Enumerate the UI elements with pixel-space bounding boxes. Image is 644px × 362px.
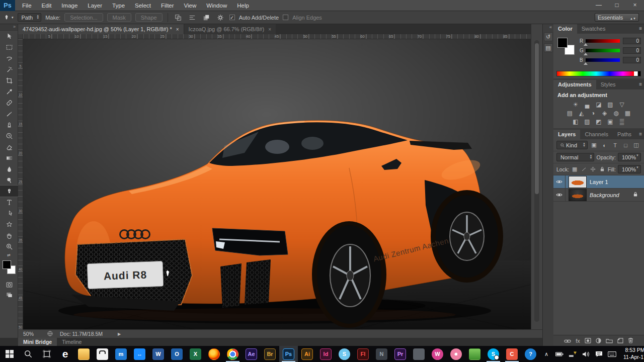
photo-filter-icon[interactable]: ◈ [600,109,610,117]
notifications-icon[interactable] [592,346,605,362]
layer-filter-select[interactable]: Kind▲▼ [556,141,588,149]
threshold-icon[interactable]: ◩ [594,118,604,125]
toolbar-collapse-icon[interactable]: » [0,24,18,31]
path-alignment-icon[interactable] [187,13,197,23]
properties-panel-icon[interactable]: ▤ [544,43,553,52]
blur-tool[interactable] [0,163,18,174]
zoom-tool[interactable] [0,241,18,252]
panel-menu-icon[interactable]: ≡ [639,81,642,87]
tab-close-icon[interactable]: × [176,27,179,32]
lock-position-icon[interactable] [589,165,596,173]
pixel-layer-filter-icon[interactable]: ▣ [590,141,598,149]
path-operations-icon[interactable] [173,13,183,23]
clone-stamp-tool[interactable] [0,119,18,130]
channel-mixer-icon[interactable]: ◍ [611,109,621,117]
panel-menu-icon[interactable]: ≡ [639,131,642,137]
search-icon[interactable] [19,346,37,362]
panel-menu-icon[interactable]: ≡ [639,26,642,31]
after-effects[interactable]: Ae [242,346,261,362]
chrome[interactable] [223,346,242,362]
remote-window[interactable] [410,346,428,362]
menu-item[interactable]: Window [201,0,232,11]
path-selection-tool[interactable] [0,208,18,219]
layer-style-fx-icon[interactable]: fx [576,338,580,344]
hand-tool[interactable] [0,230,18,241]
black-white-icon[interactable]: ◑ [588,109,598,117]
tab-mini-bridge[interactable]: Mini Bridge [18,338,57,346]
quick-mask-icon[interactable] [0,280,18,290]
red-value-field[interactable]: 0 [623,38,641,44]
blue-value-field[interactable]: 0 [623,57,641,63]
lock-paint-icon[interactable] [580,165,587,173]
minimize-icon[interactable]: — [590,0,608,10]
adjustment-layer-filter-icon[interactable]: ◐ [600,141,609,149]
battery-icon[interactable] [553,346,566,362]
document-tab-audi[interactable]: 47429452-audi-wallpaper-hd.jpg @ 50% (La… [18,24,184,34]
document-canvas[interactable]: Audi R8 Audi Zentrum Aachen [23,39,531,329]
layer-thumbnail[interactable] [569,176,586,188]
maxthon[interactable]: m [112,346,130,362]
type-tool[interactable] [0,197,18,208]
healing-brush-tool[interactable] [0,97,18,108]
eraser-tool[interactable] [0,141,18,152]
red-slider[interactable] [586,39,620,43]
nox[interactable]: N [372,346,391,362]
vertical-scrollbar[interactable] [534,40,539,322]
skype[interactable]: S [484,346,503,362]
blue-slider[interactable] [586,58,620,62]
file-explorer[interactable] [74,346,93,362]
tab-close-icon[interactable]: × [268,27,271,32]
gradient-map-icon[interactable]: ▣ [605,118,615,125]
lock-transparency-icon[interactable]: ▦ [571,165,578,173]
gradient-tool[interactable] [0,152,18,163]
shape-layer-filter-icon[interactable]: □ [621,141,630,149]
posterize-icon[interactable]: ▨ [582,118,592,125]
tab-swatches[interactable]: Swatches [577,24,610,34]
menu-item[interactable]: View [179,0,202,11]
premiere[interactable]: Pr [391,346,410,362]
foreground-color-swatch[interactable] [3,260,11,269]
blend-mode-select[interactable]: Normal▲▼ [556,153,594,161]
marquee-tool[interactable] [0,42,18,53]
tool-mode-select[interactable]: Path▲▼ [18,13,42,22]
tab-styles[interactable]: Styles [596,80,620,89]
tool-preset-picker[interactable]: ▾ [3,14,14,21]
pen-tool[interactable] [0,186,18,197]
photoscape[interactable] [447,346,465,362]
flash[interactable]: Fl [354,346,372,362]
restore-icon[interactable]: □ [608,0,626,10]
green-slider[interactable] [586,49,620,52]
tray-expand-icon[interactable]: ∧ [540,346,553,362]
camtasia[interactable]: C [503,346,521,362]
levels-icon[interactable]: ▄ [582,101,592,108]
close-icon[interactable]: × [626,0,644,10]
store[interactable] [93,346,112,362]
menu-item[interactable]: Edit [37,0,57,11]
bridge[interactable]: Br [261,346,279,362]
type-layer-filter-icon[interactable]: T [611,141,619,149]
start-button[interactable] [0,346,19,362]
workspace-switcher[interactable]: Essentials▲▼ [595,13,639,22]
edge[interactable]: e [56,346,74,362]
tab-channels[interactable]: Channels [580,130,612,139]
lock-all-icon[interactable] [599,165,606,173]
make-mask-button[interactable]: Mask [107,13,131,22]
tab-color[interactable]: Color [553,24,577,34]
delete-layer-icon[interactable] [628,336,633,345]
menu-item[interactable]: Filter [156,0,179,11]
screen-mode-icon[interactable] [0,290,18,300]
photoshop[interactable]: Ps [279,346,298,362]
visibility-eye-icon[interactable] [553,175,566,188]
tab-adjustments[interactable]: Adjustments [553,80,596,89]
menu-item[interactable]: Select [130,0,156,11]
align-edges-checkbox[interactable] [283,15,288,20]
layer-name[interactable]: Background [590,192,619,198]
tab-paths[interactable]: Paths [613,130,636,139]
outlook[interactable]: O [168,346,186,362]
smart-object-filter-icon[interactable]: ◫ [632,141,640,149]
foreground-color-swatch[interactable] [557,38,568,48]
vibrance-icon[interactable]: ▽ [617,101,627,108]
new-adjustment-layer-icon[interactable] [596,336,601,345]
touch-keyboard-icon[interactable] [605,346,618,362]
teamviewer[interactable]: ↔ [130,346,149,362]
